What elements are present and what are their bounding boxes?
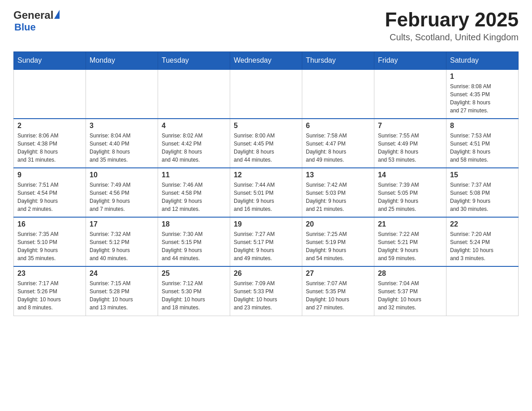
day-info: Sunrise: 7:39 AMSunset: 5:05 PMDaylight:…: [378, 181, 442, 213]
calendar-cell: 5Sunrise: 8:00 AMSunset: 4:45 PMDaylight…: [230, 119, 302, 168]
location-title: Cults, Scotland, United Kingdom: [385, 32, 519, 43]
calendar-cell: 10Sunrise: 7:49 AMSunset: 4:56 PMDayligh…: [86, 168, 158, 217]
calendar-cell: 8Sunrise: 7:53 AMSunset: 4:51 PMDaylight…: [446, 119, 519, 168]
header-day-thursday: Thursday: [302, 52, 374, 70]
calendar-cell: 17Sunrise: 7:32 AMSunset: 5:12 PMDayligh…: [86, 217, 158, 266]
calendar-cell: [446, 266, 519, 316]
day-number: 16: [17, 220, 82, 228]
header-day-sunday: Sunday: [14, 52, 86, 70]
day-info: Sunrise: 8:02 AMSunset: 4:42 PMDaylight:…: [162, 132, 226, 164]
day-info: Sunrise: 7:32 AMSunset: 5:12 PMDaylight:…: [90, 230, 154, 262]
calendar-cell: 21Sunrise: 7:22 AMSunset: 5:21 PMDayligh…: [374, 217, 446, 266]
calendar-cell: 12Sunrise: 7:44 AMSunset: 5:01 PMDayligh…: [230, 168, 302, 217]
day-info: Sunrise: 8:08 AMSunset: 4:35 PMDaylight:…: [450, 82, 515, 115]
day-info: Sunrise: 7:58 AMSunset: 4:47 PMDaylight:…: [306, 132, 370, 164]
calendar-cell: 20Sunrise: 7:25 AMSunset: 5:19 PMDayligh…: [302, 217, 374, 266]
day-info: Sunrise: 7:25 AMSunset: 5:19 PMDaylight:…: [306, 230, 370, 262]
day-info: Sunrise: 7:07 AMSunset: 5:35 PMDaylight:…: [306, 279, 370, 312]
day-info: Sunrise: 7:15 AMSunset: 5:28 PMDaylight:…: [90, 279, 154, 312]
calendar-cell: 2Sunrise: 8:06 AMSunset: 4:38 PMDaylight…: [14, 119, 86, 168]
day-number: 25: [162, 270, 226, 278]
week-row-4: 16Sunrise: 7:35 AMSunset: 5:10 PMDayligh…: [14, 217, 519, 266]
week-row-2: 2Sunrise: 8:06 AMSunset: 4:38 PMDaylight…: [14, 119, 519, 168]
week-row-1: 1Sunrise: 8:08 AMSunset: 4:35 PMDaylight…: [14, 69, 519, 119]
day-info: Sunrise: 8:04 AMSunset: 4:40 PMDaylight:…: [90, 132, 154, 164]
day-number: 8: [450, 122, 515, 130]
day-info: Sunrise: 7:12 AMSunset: 5:30 PMDaylight:…: [162, 279, 226, 312]
day-info: Sunrise: 7:04 AMSunset: 5:37 PMDaylight:…: [378, 279, 442, 312]
day-number: 10: [90, 171, 154, 179]
calendar-cell: 22Sunrise: 7:20 AMSunset: 5:24 PMDayligh…: [446, 217, 519, 266]
calendar-cell: [302, 69, 374, 119]
logo-general-text: General: [13, 9, 53, 21]
calendar-cell: 16Sunrise: 7:35 AMSunset: 5:10 PMDayligh…: [14, 217, 86, 266]
day-number: 21: [378, 220, 442, 228]
calendar-cell: 23Sunrise: 7:17 AMSunset: 5:26 PMDayligh…: [14, 266, 86, 316]
day-info: Sunrise: 7:20 AMSunset: 5:24 PMDaylight:…: [450, 230, 515, 262]
calendar-header-row: SundayMondayTuesdayWednesdayThursdayFrid…: [14, 52, 519, 70]
calendar-cell: 15Sunrise: 7:37 AMSunset: 5:08 PMDayligh…: [446, 168, 519, 217]
calendar-cell: 7Sunrise: 7:55 AMSunset: 4:49 PMDaylight…: [374, 119, 446, 168]
day-number: 26: [234, 270, 298, 278]
day-info: Sunrise: 7:46 AMSunset: 4:58 PMDaylight:…: [162, 181, 226, 213]
calendar-cell: 28Sunrise: 7:04 AMSunset: 5:37 PMDayligh…: [374, 266, 446, 316]
calendar-cell: 6Sunrise: 7:58 AMSunset: 4:47 PMDaylight…: [302, 119, 374, 168]
day-number: 24: [90, 270, 154, 278]
day-number: 2: [17, 122, 82, 130]
week-row-3: 9Sunrise: 7:51 AMSunset: 4:54 PMDaylight…: [14, 168, 519, 217]
calendar-cell: 3Sunrise: 8:04 AMSunset: 4:40 PMDaylight…: [86, 119, 158, 168]
day-number: 22: [450, 220, 515, 228]
day-number: 23: [17, 270, 82, 278]
day-number: 11: [162, 171, 226, 179]
day-number: 18: [162, 220, 226, 228]
calendar-cell: [374, 69, 446, 119]
calendar-cell: 25Sunrise: 7:12 AMSunset: 5:30 PMDayligh…: [158, 266, 230, 316]
calendar-cell: 18Sunrise: 7:30 AMSunset: 5:15 PMDayligh…: [158, 217, 230, 266]
week-row-5: 23Sunrise: 7:17 AMSunset: 5:26 PMDayligh…: [14, 266, 519, 316]
day-number: 17: [90, 220, 154, 228]
calendar-cell: [86, 69, 158, 119]
page-header: General Blue February 2025 Cults, Scotla…: [13, 9, 519, 43]
day-number: 28: [378, 270, 442, 278]
day-number: 12: [234, 171, 298, 179]
calendar-cell: 24Sunrise: 7:15 AMSunset: 5:28 PMDayligh…: [86, 266, 158, 316]
day-number: 13: [306, 171, 370, 179]
day-number: 14: [378, 171, 442, 179]
day-info: Sunrise: 7:17 AMSunset: 5:26 PMDaylight:…: [17, 279, 82, 312]
day-info: Sunrise: 7:42 AMSunset: 5:03 PMDaylight:…: [306, 181, 370, 213]
day-info: Sunrise: 7:44 AMSunset: 5:01 PMDaylight:…: [234, 181, 298, 213]
day-info: Sunrise: 7:49 AMSunset: 4:56 PMDaylight:…: [90, 181, 154, 213]
day-info: Sunrise: 8:06 AMSunset: 4:38 PMDaylight:…: [17, 132, 82, 164]
day-number: 15: [450, 171, 515, 179]
calendar-cell: 27Sunrise: 7:07 AMSunset: 5:35 PMDayligh…: [302, 266, 374, 316]
day-info: Sunrise: 7:30 AMSunset: 5:15 PMDaylight:…: [162, 230, 226, 262]
header-day-monday: Monday: [86, 52, 158, 70]
day-number: 3: [90, 122, 154, 130]
day-number: 4: [162, 122, 226, 130]
logo-blue-text: Blue: [14, 21, 36, 33]
day-number: 9: [17, 171, 82, 179]
calendar-cell: 26Sunrise: 7:09 AMSunset: 5:33 PMDayligh…: [230, 266, 302, 316]
day-number: 7: [378, 122, 442, 130]
day-number: 20: [306, 220, 370, 228]
day-number: 19: [234, 220, 298, 228]
calendar-cell: [158, 69, 230, 119]
day-number: 1: [450, 73, 515, 81]
calendar-cell: 11Sunrise: 7:46 AMSunset: 4:58 PMDayligh…: [158, 168, 230, 217]
calendar-cell: 19Sunrise: 7:27 AMSunset: 5:17 PMDayligh…: [230, 217, 302, 266]
calendar-cell: 4Sunrise: 8:02 AMSunset: 4:42 PMDaylight…: [158, 119, 230, 168]
day-info: Sunrise: 7:37 AMSunset: 5:08 PMDaylight:…: [450, 181, 515, 213]
calendar-cell: 13Sunrise: 7:42 AMSunset: 5:03 PMDayligh…: [302, 168, 374, 217]
day-info: Sunrise: 7:55 AMSunset: 4:49 PMDaylight:…: [378, 132, 442, 164]
day-info: Sunrise: 7:09 AMSunset: 5:33 PMDaylight:…: [234, 279, 298, 312]
day-number: 27: [306, 270, 370, 278]
calendar-table: SundayMondayTuesdayWednesdayThursdayFrid…: [13, 51, 519, 316]
header-day-friday: Friday: [374, 52, 446, 70]
day-number: 5: [234, 122, 298, 130]
day-info: Sunrise: 7:35 AMSunset: 5:10 PMDaylight:…: [17, 230, 82, 262]
calendar-cell: 9Sunrise: 7:51 AMSunset: 4:54 PMDaylight…: [14, 168, 86, 217]
title-section: February 2025 Cults, Scotland, United Ki…: [385, 9, 519, 43]
logo-triangle-icon: [54, 10, 60, 19]
logo: General Blue: [13, 9, 60, 33]
header-day-tuesday: Tuesday: [158, 52, 230, 70]
